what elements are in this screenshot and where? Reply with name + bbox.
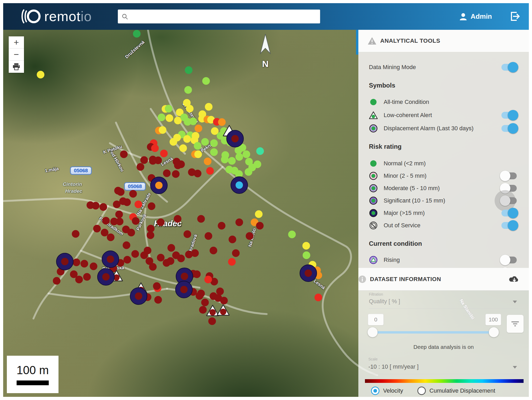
rising-toggle[interactable] xyxy=(501,257,517,263)
measurement-point[interactable] xyxy=(184,230,191,238)
measurement-point[interactable] xyxy=(210,247,217,254)
measurement-point[interactable] xyxy=(220,297,228,305)
measurement-point[interactable] xyxy=(37,71,45,79)
search-input[interactable] xyxy=(131,13,316,20)
measurement-point[interactable] xyxy=(123,199,131,206)
measurement-point[interactable] xyxy=(248,164,256,171)
zoom-in-button[interactable]: + xyxy=(9,36,24,49)
measurement-point[interactable] xyxy=(303,252,310,259)
major-displacement-alarm-marker[interactable] xyxy=(231,176,248,194)
measurement-point[interactable] xyxy=(115,211,123,218)
slider-knob-min[interactable] xyxy=(368,327,378,337)
measurement-point[interactable] xyxy=(185,66,193,74)
measurement-point[interactable] xyxy=(148,203,155,210)
measurement-point[interactable] xyxy=(157,219,165,226)
measurement-point[interactable] xyxy=(158,114,165,121)
measurement-point[interactable] xyxy=(81,260,88,268)
measurement-point[interactable] xyxy=(113,201,121,208)
measurement-point[interactable] xyxy=(204,276,212,283)
measurement-point[interactable] xyxy=(129,190,137,198)
cumulative-displacement-radio[interactable] xyxy=(417,387,426,395)
measurement-point[interactable] xyxy=(168,244,175,252)
measurement-point[interactable] xyxy=(149,157,157,165)
measurement-point[interactable] xyxy=(170,138,177,146)
measurement-point[interactable] xyxy=(232,249,240,257)
measurement-point[interactable] xyxy=(195,125,202,132)
measurement-point[interactable] xyxy=(205,103,213,111)
measurement-point[interactable] xyxy=(159,126,167,134)
measurement-point[interactable] xyxy=(197,215,205,223)
measurement-point[interactable] xyxy=(177,255,185,262)
measurement-point[interactable] xyxy=(167,257,174,265)
measurement-point[interactable] xyxy=(288,231,296,238)
measurement-point[interactable] xyxy=(179,144,187,152)
measurement-point[interactable] xyxy=(194,142,202,150)
major-displacement-alarm-marker[interactable] xyxy=(226,130,244,147)
measurement-point[interactable] xyxy=(128,229,135,237)
minor-2-5-mm-toggle[interactable] xyxy=(501,172,517,179)
major-displacement-alarm-marker[interactable] xyxy=(175,281,193,298)
measurement-point[interactable] xyxy=(117,188,125,196)
low-coherent-alert-toggle[interactable] xyxy=(501,112,517,119)
measurement-point[interactable] xyxy=(236,153,243,161)
range-min-box[interactable]: 0 xyxy=(368,314,384,325)
measurement-point[interactable] xyxy=(194,151,202,158)
data-mining-mode-toggle[interactable] xyxy=(501,64,517,71)
range-max-box[interactable]: 100 xyxy=(485,314,501,325)
measurement-point[interactable] xyxy=(73,259,80,266)
download-icon[interactable] xyxy=(509,275,520,283)
measurement-point[interactable] xyxy=(132,217,140,225)
measurement-point[interactable] xyxy=(302,242,310,250)
measurement-point[interactable] xyxy=(202,77,210,85)
measurement-point[interactable] xyxy=(256,147,264,155)
measurement-point[interactable] xyxy=(201,138,209,146)
measurement-point[interactable] xyxy=(72,230,80,238)
measurement-point[interactable] xyxy=(236,219,243,226)
slider-track[interactable] xyxy=(371,331,495,334)
measurement-point[interactable] xyxy=(196,292,203,300)
measurement-point[interactable] xyxy=(315,294,322,301)
measurement-point[interactable] xyxy=(228,258,236,266)
measurement-point[interactable] xyxy=(183,135,191,143)
significant-10-15-mm-toggle[interactable] xyxy=(501,197,517,204)
measurement-point[interactable] xyxy=(255,210,263,218)
measurement-point[interactable] xyxy=(107,234,115,241)
measurement-point[interactable] xyxy=(221,156,229,163)
measurement-point[interactable] xyxy=(75,276,83,283)
measurement-point[interactable] xyxy=(133,30,141,38)
measurement-point[interactable] xyxy=(184,86,192,94)
major-displacement-alarm-marker[interactable] xyxy=(102,250,119,268)
low-coherent-alert-marker[interactable] xyxy=(216,304,230,317)
measurement-point[interactable] xyxy=(163,170,171,177)
measurement-point[interactable] xyxy=(92,202,100,210)
measurement-point[interactable] xyxy=(218,222,226,230)
sidebar-scrollbar-thumb[interactable] xyxy=(356,30,358,55)
measurement-point[interactable] xyxy=(256,222,264,230)
measurement-point[interactable] xyxy=(229,236,236,243)
displacement-alarm-last-30-days-toggle[interactable] xyxy=(501,125,517,132)
measurement-point[interactable] xyxy=(154,296,162,304)
zoom-out-button[interactable]: − xyxy=(9,49,24,61)
measurement-point[interactable] xyxy=(166,114,173,122)
quality-range-slider[interactable] xyxy=(371,327,495,338)
measurement-point[interactable] xyxy=(123,242,130,249)
major-displacement-alarm-marker[interactable] xyxy=(130,287,147,305)
search-box[interactable] xyxy=(118,9,320,23)
user-menu[interactable]: Admin xyxy=(459,3,492,30)
measurement-point[interactable] xyxy=(206,167,214,175)
measurement-point[interactable] xyxy=(140,156,148,164)
slider-knob-max[interactable] xyxy=(489,327,499,337)
measurement-point[interactable] xyxy=(208,317,216,325)
measurement-point[interactable] xyxy=(153,282,161,290)
measurement-point[interactable] xyxy=(160,150,168,157)
measurement-point[interactable] xyxy=(93,225,101,233)
measurement-point[interactable] xyxy=(135,201,142,208)
measurement-point[interactable] xyxy=(216,288,224,295)
filter-button[interactable] xyxy=(507,315,524,333)
measurement-point[interactable] xyxy=(193,271,201,278)
measurement-point[interactable] xyxy=(83,273,91,281)
measurement-point[interactable] xyxy=(149,263,157,271)
measurement-point[interactable] xyxy=(210,139,218,147)
measurement-point[interactable] xyxy=(137,163,144,171)
velocity-radio[interactable] xyxy=(371,387,379,395)
